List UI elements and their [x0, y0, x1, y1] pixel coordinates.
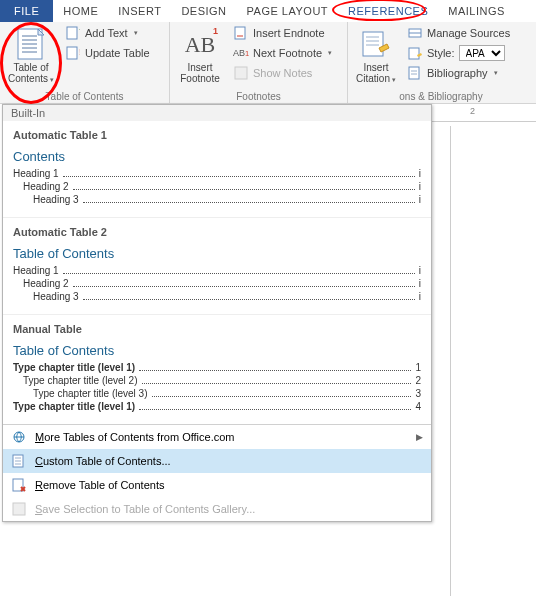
bibliography-button[interactable]: Bibliography▾: [403, 64, 514, 82]
next-footnote-icon: AB1: [233, 45, 249, 61]
svg-rect-10: [235, 27, 245, 39]
insert-endnote-label: Insert Endnote: [253, 27, 325, 39]
custom-toc-icon: [11, 453, 27, 469]
svg-rect-8: [67, 47, 77, 59]
more-toc-office-com[interactable]: More Tables of Contents from Office.com …: [3, 425, 431, 449]
insert-endnote-icon: [233, 25, 249, 41]
tab-file[interactable]: FILE: [0, 0, 53, 22]
auto2-p3: i: [419, 291, 421, 302]
manage-sources-label: Manage Sources: [427, 27, 510, 39]
save-gallery-icon: [11, 501, 27, 517]
chevron-down-icon: ▾: [392, 76, 396, 83]
toc-label-line1: Table of: [13, 62, 48, 73]
save-selection-gallery: Save Selection to Table of Contents Gall…: [3, 497, 431, 521]
custom-toc[interactable]: Custom Table of Contents...: [3, 449, 431, 473]
gallery-automatic-table-2[interactable]: Automatic Table 2 Table of Contents Head…: [3, 218, 431, 315]
gallery-manual-title: Manual Table: [13, 323, 421, 335]
insert-citation-label2: Citation: [356, 73, 390, 84]
add-text-button[interactable]: + Add Text▾: [61, 24, 154, 42]
auto1-p1: i: [419, 168, 421, 179]
insert-citation-button[interactable]: Insert Citation▾: [352, 24, 400, 85]
ribbon-group-citations: Insert Citation▾ Manage Sources Style:: [348, 22, 534, 104]
more-toc-label: More Tables of Contents from Office.com: [35, 431, 235, 443]
gallery-auto1-title: Automatic Table 1: [13, 129, 421, 141]
group-label-footnotes: Footnotes: [174, 91, 343, 104]
update-table-button[interactable]: ! Update Table: [61, 44, 154, 62]
ribbon-group-toc: Table of Contents▾ + Add Text▾ ! Update …: [0, 22, 170, 104]
ribbon-tabs: FILE HOME INSERT DESIGN PAGE LAYOUT REFE…: [0, 0, 536, 22]
style-icon: [407, 45, 423, 61]
manual-r3: Type chapter title (level 3): [33, 388, 148, 399]
chevron-down-icon: ▾: [134, 29, 138, 37]
remove-toc-label: Remove Table of Contents: [35, 479, 164, 491]
auto1-h3: Heading 3: [33, 194, 79, 205]
next-footnote-button[interactable]: AB1 Next Footnote▾: [229, 44, 336, 62]
manual-p2: 2: [415, 375, 421, 386]
table-of-contents-icon: [15, 28, 47, 60]
update-table-label: Update Table: [85, 47, 150, 59]
show-notes-icon: [233, 65, 249, 81]
bibliography-label: Bibliography: [427, 67, 488, 79]
insert-citation-icon: [360, 28, 392, 60]
gallery-automatic-table-1[interactable]: Automatic Table 1 Contents Heading 1i He…: [3, 121, 431, 218]
save-gallery-label: Save Selection to Table of Contents Gall…: [35, 503, 255, 515]
toc-label-line2: Contents: [8, 73, 48, 84]
show-notes-button: Show Notes: [229, 64, 336, 82]
tab-mailings[interactable]: MAILINGS: [438, 0, 515, 22]
svg-rect-6: [67, 27, 77, 39]
tab-page-layout[interactable]: PAGE LAYOUT: [237, 0, 339, 22]
manual-r4: Type chapter title (level 1): [13, 401, 135, 412]
chevron-down-icon: ▾: [50, 76, 54, 83]
custom-toc-label: Custom Table of Contents...: [35, 455, 171, 467]
group-label-toc: Table of Contents: [4, 91, 165, 104]
gallery-auto1-preview-title: Contents: [13, 149, 421, 164]
manual-p4: 4: [415, 401, 421, 412]
chevron-down-icon: ▾: [328, 49, 332, 57]
tab-references-label: REFERENCES: [348, 5, 428, 17]
manual-r1: Type chapter title (level 1): [13, 362, 135, 373]
ribbon-group-footnotes: AB 1 Insert Footnote Insert Endnote AB1 …: [170, 22, 348, 104]
auto2-p1: i: [419, 265, 421, 276]
office-com-icon: [11, 429, 27, 445]
dropdown-section-builtin: Built-In: [3, 105, 431, 121]
add-text-label: Add Text: [85, 27, 128, 39]
tab-home[interactable]: HOME: [53, 0, 108, 22]
insert-footnote-label2: Footnote: [180, 73, 219, 84]
manage-sources-button[interactable]: Manage Sources: [403, 24, 514, 42]
insert-citation-label1: Insert: [363, 62, 388, 73]
auto2-h2: Heading 2: [23, 278, 69, 289]
insert-endnote-button[interactable]: Insert Endnote: [229, 24, 336, 42]
svg-rect-32: [13, 503, 25, 515]
auto1-h1: Heading 1: [13, 168, 59, 179]
document-page: [450, 126, 536, 596]
style-label: Style:: [427, 47, 455, 59]
auto2-h3: Heading 3: [33, 291, 79, 302]
insert-footnote-button[interactable]: AB 1 Insert Footnote: [174, 24, 226, 84]
manual-p3: 3: [415, 388, 421, 399]
svg-rect-20: [409, 67, 419, 79]
tab-references[interactable]: REFERENCES: [338, 0, 438, 22]
update-table-icon: !: [65, 45, 81, 61]
insert-footnote-icon: AB 1: [184, 28, 216, 60]
tab-insert[interactable]: INSERT: [108, 0, 171, 22]
add-text-icon: +: [65, 25, 81, 41]
svg-text:+: +: [79, 26, 80, 34]
ruler-mark-2: 2: [470, 106, 475, 116]
gallery-manual-table[interactable]: Manual Table Table of Contents Type chap…: [3, 315, 431, 424]
chevron-down-icon: ▾: [494, 69, 498, 77]
toc-dropdown: Built-In Automatic Table 1 Contents Head…: [2, 104, 432, 522]
manual-p1: 1: [415, 362, 421, 373]
remove-toc[interactable]: Remove Table of Contents: [3, 473, 431, 497]
auto1-p2: i: [419, 181, 421, 192]
table-of-contents-button[interactable]: Table of Contents▾: [4, 24, 58, 85]
svg-rect-19: [409, 48, 419, 59]
group-label-citations: ons & Bibliography: [352, 91, 530, 104]
ribbon: Table of Contents▾ + Add Text▾ ! Update …: [0, 22, 536, 104]
style-select[interactable]: APA: [459, 45, 505, 61]
svg-rect-13: [363, 32, 383, 56]
style-selector[interactable]: Style: APA: [403, 44, 514, 62]
submenu-arrow-icon: ▶: [416, 432, 423, 442]
auto1-h2: Heading 2: [23, 181, 69, 192]
svg-text:!: !: [79, 47, 80, 57]
tab-design[interactable]: DESIGN: [171, 0, 236, 22]
